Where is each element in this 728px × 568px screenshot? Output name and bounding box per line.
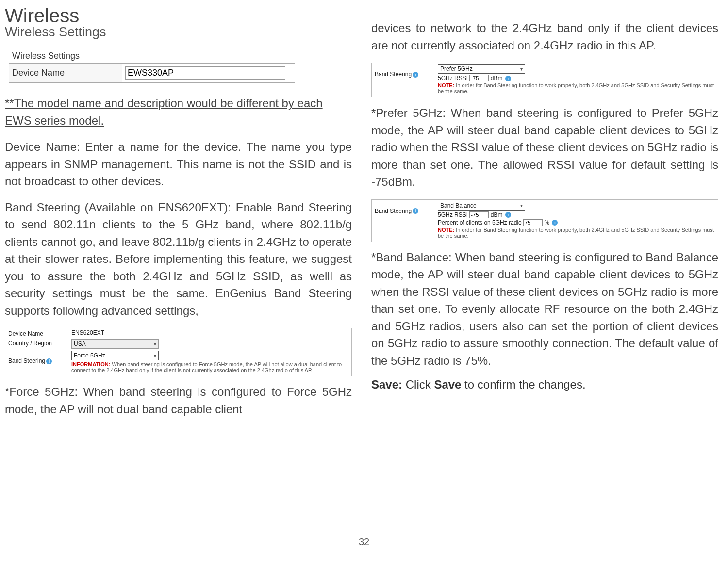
left-column: Wireless Wireless Settings Wireless Sett…: [5, 5, 352, 529]
ui-info-note: INFORMATION: When band steering is confi…: [71, 360, 348, 375]
section-subtitle: Wireless Settings: [5, 25, 352, 40]
bs-mode-select-prefer[interactable]: Prefer 5GHz ▾: [438, 64, 525, 74]
rssi-line-balance: 5GHz RSSI dBm i: [438, 211, 715, 218]
bs-mode-select[interactable]: Force 5GHz ▾: [71, 351, 159, 360]
ui-note-prefer: NOTE: In order for Band Steering functio…: [438, 81, 715, 96]
chevron-down-icon: ▾: [154, 353, 156, 358]
info-icon: i: [413, 208, 418, 214]
right-column: devices to network to the 2.4GHz band on…: [371, 5, 718, 529]
save-line: Save: Click Save to confirm the changes.: [371, 378, 718, 391]
page: Wireless Wireless Settings Wireless Sett…: [0, 0, 728, 534]
device-name-label: Device Name: [9, 64, 122, 82]
ui-force-block: Device Name ENS620EXT Country / Region U…: [5, 328, 352, 376]
ui-bs-label: Band Steeringi: [375, 64, 438, 78]
info-icon: i: [46, 358, 52, 364]
ui-country-label: Country / Region: [8, 339, 71, 347]
device-name-cell: [122, 64, 295, 82]
continuation-paragraph: devices to network to the 2.4GHz band on…: [371, 19, 718, 54]
info-icon: i: [552, 220, 558, 226]
ui-device-label: Device Name: [8, 329, 71, 337]
ui-bs-label: Band Steeringi: [8, 351, 71, 364]
bs-mode-select-balance[interactable]: Band Balance ▾: [438, 201, 525, 211]
info-icon: i: [413, 72, 418, 78]
page-number: 32: [0, 534, 728, 548]
force-paragraph: *Force 5GHz: When band steering is confi…: [5, 383, 352, 418]
rssi-input[interactable]: [469, 75, 489, 81]
model-note: **The model name and description would b…: [5, 95, 352, 130]
chevron-down-icon: ▾: [154, 341, 156, 347]
ws-header: Wireless Settings: [9, 49, 295, 64]
country-select[interactable]: USA ▾: [71, 339, 159, 349]
page-title: Wireless: [5, 5, 352, 27]
device-name-input[interactable]: [125, 66, 285, 80]
ui-bs-label: Band Steeringi: [375, 201, 438, 214]
percent-input[interactable]: [523, 219, 543, 226]
device-name-paragraph: Device Name: Enter a name for the device…: [5, 138, 352, 190]
info-icon: i: [505, 212, 511, 218]
rssi-line: 5GHz RSSI dBm i: [438, 74, 715, 81]
band-steering-paragraph: Band Steering (Available on ENS620EXT): …: [5, 199, 352, 320]
chevron-down-icon: ▾: [520, 203, 523, 208]
info-icon: i: [505, 76, 511, 81]
ui-prefer-block: Band Steeringi Prefer 5GHz ▾ 5GHz RSSI d…: [371, 63, 718, 97]
rssi-input-balance[interactable]: [469, 211, 489, 218]
prefer-paragraph: *Prefer 5GHz: When band steering is conf…: [371, 104, 718, 191]
percent-line: Percent of clients on 5GHz radio % i: [438, 218, 715, 226]
ui-note-balance: NOTE: In order for Band Steering functio…: [438, 226, 715, 241]
balance-paragraph: *Band Balance: When band steering is con…: [371, 249, 718, 370]
ui-device-value: ENS620EXT: [71, 329, 348, 336]
ui-balance-block: Band Steeringi Band Balance ▾ 5GHz RSSI …: [371, 199, 718, 242]
wireless-settings-box: Wireless Settings Device Name: [9, 49, 295, 83]
chevron-down-icon: ▾: [520, 66, 523, 72]
